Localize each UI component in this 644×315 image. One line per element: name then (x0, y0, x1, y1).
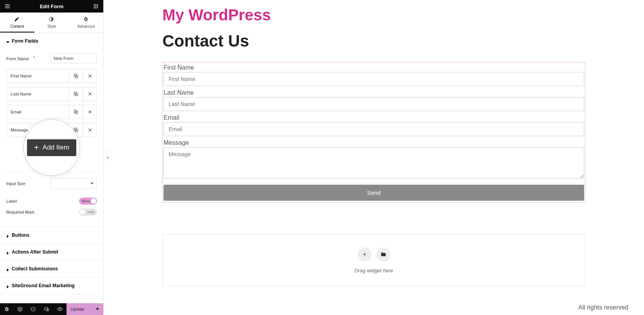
svg-rect-9 (94, 7, 95, 8)
gear-icon (83, 16, 89, 23)
navigator-button[interactable] (13, 303, 27, 315)
svg-marker-39 (95, 308, 99, 310)
tab-content[interactable]: Content (0, 13, 34, 32)
footer-text: All rights reserved (578, 304, 628, 311)
label-toggle-row: Label Show (6, 198, 97, 205)
template-library-button[interactable] (376, 247, 390, 261)
folder-icon (381, 252, 386, 257)
editor-tabs: Content Style Advanced (0, 13, 103, 33)
widgets-grid-icon[interactable] (92, 3, 99, 10)
email-input[interactable] (164, 122, 584, 136)
history-button[interactable] (27, 303, 40, 315)
label-toggle[interactable]: Show (79, 198, 97, 205)
input-size-label: Input Size (6, 181, 25, 186)
section-header-buttons[interactable]: Buttons (0, 227, 103, 243)
svg-marker-35 (18, 307, 22, 309)
svg-rect-11 (97, 7, 98, 8)
responsive-icon (44, 306, 49, 312)
responsive-button[interactable] (40, 303, 53, 315)
section-header-siteground[interactable]: SiteGround Email Marketing (0, 277, 103, 294)
caret-right-icon (6, 250, 9, 254)
required-toggle-row: Required Mark Hide (6, 209, 97, 216)
duplicate-button[interactable] (68, 87, 83, 101)
svg-marker-40 (106, 156, 108, 159)
svg-rect-10 (95, 7, 96, 8)
message-label: Message (164, 139, 584, 147)
duplicate-button[interactable] (68, 69, 83, 83)
chevron-up-icon (95, 307, 99, 311)
copy-icon (73, 109, 79, 115)
tab-label: Content (10, 24, 24, 29)
toggle-text: Show (81, 199, 90, 203)
message-textarea[interactable] (164, 147, 584, 178)
section-title: SiteGround Email Marketing (12, 283, 75, 288)
section-actions-after-submit: Actions After Submit (0, 244, 103, 261)
plus-icon (362, 252, 367, 257)
add-item-label: Add Item (43, 144, 69, 151)
input-size-select[interactable] (50, 178, 97, 189)
editor-sidebar: Edit Form Content Style Advanced (0, 0, 104, 315)
remove-button[interactable] (83, 123, 97, 137)
section-header-form-fields[interactable]: Form Fields (0, 33, 103, 49)
field-label: Last Name (7, 87, 68, 101)
remove-button[interactable] (83, 69, 97, 83)
remove-button[interactable] (83, 105, 97, 119)
first-name-input[interactable] (164, 72, 584, 86)
field-item-email[interactable]: Email (6, 105, 97, 119)
caret-right-icon (6, 234, 9, 237)
close-icon (87, 73, 93, 79)
bottom-bar: Update (0, 303, 103, 315)
email-label: Email (164, 113, 584, 122)
caret-right-icon (6, 284, 9, 287)
collapse-sidebar-handle[interactable] (104, 149, 112, 166)
send-button[interactable]: Send (164, 185, 584, 201)
svg-rect-4 (95, 4, 96, 5)
site-title: My WordPress (162, 6, 585, 24)
sidebar-title: Edit Form (40, 4, 64, 9)
toggle-knob (80, 209, 85, 215)
chevron-left-icon (106, 156, 109, 160)
section-title: Buttons (12, 232, 29, 238)
widget-dropzone[interactable]: Drag widget here (162, 234, 585, 286)
svg-rect-6 (94, 6, 95, 7)
update-label: Update (70, 307, 84, 311)
caret-down-icon (6, 40, 9, 43)
sidebar-header: Edit Form (0, 0, 103, 13)
preview-button[interactable] (53, 303, 67, 315)
field-item-last-name[interactable]: Last Name (6, 87, 97, 101)
contact-form-widget[interactable]: First Name Last Name Email Message Send (162, 62, 585, 203)
svg-marker-13 (6, 41, 9, 43)
add-widget-button[interactable] (358, 247, 372, 261)
tab-style[interactable]: Style (34, 13, 69, 32)
required-toggle[interactable]: Hide (79, 209, 97, 216)
field-item-first-name[interactable]: First Name (6, 69, 97, 83)
last-name-label: Last Name (164, 88, 584, 97)
caret-right-icon (6, 267, 9, 270)
svg-marker-32 (7, 252, 9, 255)
copy-icon (73, 91, 79, 97)
svg-point-38 (59, 308, 61, 310)
duplicate-button[interactable] (68, 105, 83, 119)
remove-button[interactable] (83, 87, 97, 101)
form-name-label: Form Name (6, 56, 36, 61)
menu-icon[interactable] (4, 3, 11, 10)
first-name-label: First Name (164, 63, 584, 72)
close-icon (87, 91, 93, 97)
add-item-button[interactable]: + Add Item (27, 139, 76, 156)
plus-icon: + (34, 143, 39, 152)
last-name-input[interactable] (164, 97, 584, 111)
page-content: My WordPress Contact Us First Name Last … (104, 6, 644, 286)
svg-marker-34 (7, 285, 9, 288)
pencil-icon (14, 16, 20, 23)
section-title: Form Fields (12, 38, 38, 44)
section-header-actions[interactable]: Actions After Submit (0, 244, 103, 260)
update-button[interactable]: Update (67, 303, 103, 315)
copy-icon (73, 73, 79, 79)
section-collect-submissions: Collect Submissions (0, 261, 103, 277)
settings-button[interactable] (0, 303, 13, 315)
eye-icon (57, 306, 63, 312)
form-name-input[interactable] (50, 53, 97, 63)
section-header-collect[interactable]: Collect Submissions (0, 261, 103, 277)
close-icon (87, 109, 93, 115)
tab-advanced[interactable]: Advanced (69, 13, 103, 32)
